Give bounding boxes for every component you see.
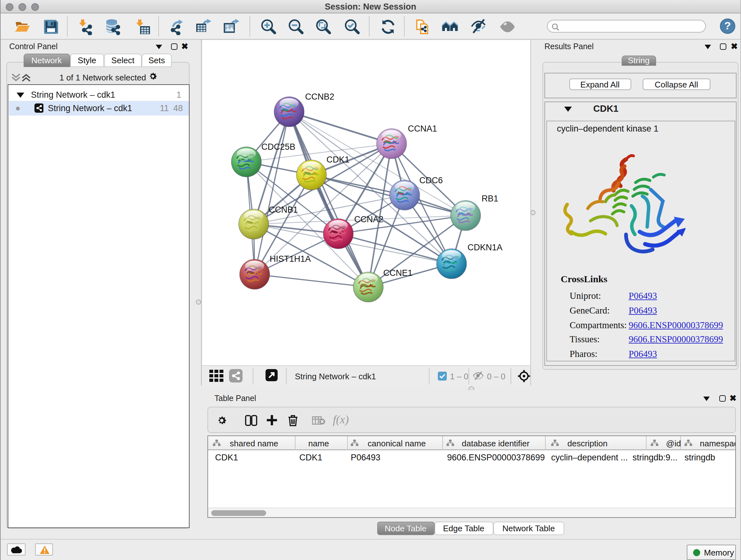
svg-text:CCNB1: CCNB1 — [269, 205, 298, 214]
svg-text:CDKN1A: CDKN1A — [468, 243, 502, 252]
svg-text:CDC25B: CDC25B — [261, 142, 295, 152]
svg-text:CDK1: CDK1 — [327, 155, 349, 165]
svg-text:CCNA1: CCNA1 — [408, 124, 437, 133]
svg-text:CCNE1: CCNE1 — [383, 268, 413, 278]
svg-text:CCNA2: CCNA2 — [354, 214, 384, 224]
svg-text:RB1: RB1 — [482, 194, 498, 203]
svg-text:CDC6: CDC6 — [419, 176, 443, 185]
svg-text:HIST1H1A: HIST1H1A — [270, 254, 311, 264]
svg-text:CCNB2: CCNB2 — [305, 92, 334, 102]
